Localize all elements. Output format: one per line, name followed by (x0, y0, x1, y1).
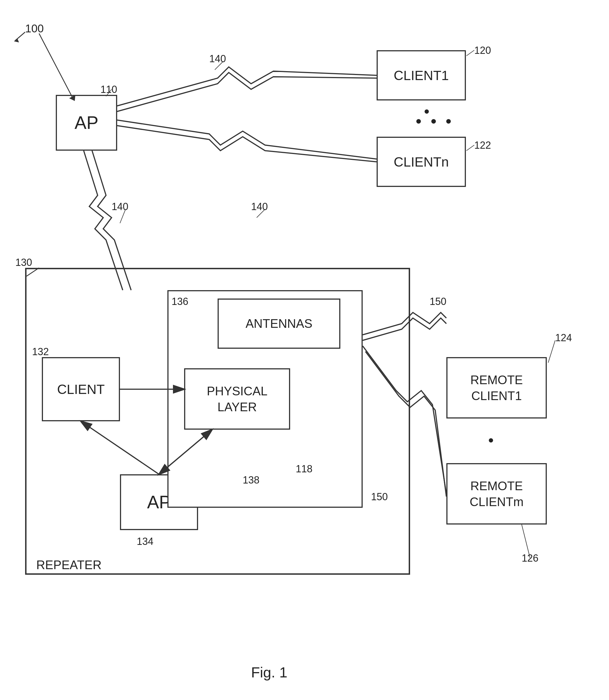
label-120: 120 (474, 45, 491, 56)
wireless-link-client1 (117, 67, 377, 111)
label-130: 130 (15, 257, 32, 268)
client1-box: CLIENT1 (377, 50, 466, 101)
label-100: 100 (25, 22, 44, 35)
wireless-link-clientn (117, 120, 377, 162)
svg-line-9 (467, 50, 474, 56)
diagram-container: 100 AP 110 CLIENT1 120 • • • • CLIENTn 1… (0, 0, 609, 700)
label-140c: 140 (251, 201, 268, 213)
label-140b: 140 (111, 201, 128, 213)
label-150b: 150 (371, 491, 388, 503)
ap-box: AP (56, 95, 117, 151)
label-122: 122 (474, 140, 491, 151)
label-136: 136 (172, 296, 188, 308)
remote-clientm-text: REMOTECLIENTm (470, 478, 523, 510)
label-134: 134 (137, 536, 153, 547)
remote-dots: • (488, 431, 494, 449)
svg-line-10 (467, 145, 474, 151)
label-110: 110 (101, 84, 117, 95)
label-126: 126 (522, 553, 538, 564)
label-118: 118 (296, 463, 312, 475)
physical-layer-box: PHYSICALLAYER (184, 368, 290, 430)
repeater-text: REPEATER (36, 558, 102, 572)
remote-clientm-box: REMOTECLIENTm (446, 463, 547, 525)
svg-line-11 (548, 340, 555, 363)
label-138: 138 (243, 474, 259, 486)
antennas-box: ANTENNAS (218, 299, 340, 349)
label-124: 124 (555, 332, 572, 344)
label-132: 132 (32, 346, 49, 358)
clientn-box: CLIENTn (377, 137, 466, 187)
svg-line-0 (39, 34, 72, 98)
physical-layer-text: PHYSICALLAYER (207, 383, 267, 415)
fig-caption: Fig. 1 (251, 664, 288, 681)
dots-v: • (418, 109, 436, 115)
remote-client1-text: REMOTECLIENT1 (470, 372, 523, 404)
svg-line-5 (15, 32, 25, 40)
label-140a: 140 (209, 53, 226, 65)
client-inner-box: CLIENT (42, 357, 120, 421)
label-150a: 150 (430, 296, 446, 308)
dots-1: • • • (416, 111, 454, 131)
remote-client1-box: REMOTECLIENT1 (446, 357, 547, 419)
svg-marker-6 (14, 38, 19, 42)
